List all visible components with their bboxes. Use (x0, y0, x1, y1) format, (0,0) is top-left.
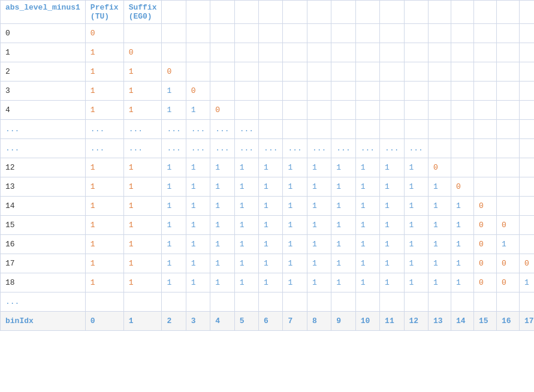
bit-cell: 1 (234, 216, 258, 235)
col-bin-10 (404, 1, 428, 24)
bit-cell (428, 101, 451, 120)
bit-cell (496, 82, 519, 101)
bit-cell (519, 43, 534, 62)
bit-cell (186, 43, 210, 62)
bit-cell: 1 (186, 254, 210, 273)
bit-cell (404, 43, 428, 62)
bit-cell: 1 (162, 177, 186, 197)
bit-cell (355, 293, 379, 312)
bit-cell: 1 (307, 273, 331, 293)
bit-cell (496, 101, 519, 120)
bit-cell: 1 (307, 197, 331, 216)
bit-cell: 1 (307, 158, 331, 177)
bit-cell: 1 (234, 273, 258, 293)
row-suffix: 1 (123, 216, 162, 235)
bit-cell (210, 24, 234, 43)
bit-cell (519, 24, 534, 43)
bit-cell: 1 (331, 197, 355, 216)
table-row: 17111111111111111000 (1, 254, 535, 273)
bit-cell: 1 (380, 177, 404, 197)
bit-cell: ... (162, 120, 186, 139)
bit-cell: 1 (355, 197, 379, 216)
bit-cell (259, 24, 283, 43)
bit-cell: 1 (331, 273, 355, 293)
bit-cell: 1 (210, 177, 234, 197)
bit-cell: 1 (404, 254, 428, 273)
bit-cell: 1 (283, 158, 307, 177)
bit-cell (331, 43, 355, 62)
bit-cell (307, 62, 331, 82)
bit-cell (283, 43, 307, 62)
bit-cell (404, 293, 428, 312)
row-prefix: 1 (85, 82, 123, 101)
bit-cell: 1 (162, 101, 186, 120)
bit-cell: 1 (428, 254, 451, 273)
bit-cell: ... (283, 139, 307, 158)
bit-cell (519, 177, 534, 197)
binidx-17: 17 (519, 312, 534, 331)
binidx-7: 7 (283, 312, 307, 331)
bit-cell (519, 82, 534, 101)
row-suffix: 1 (123, 273, 162, 293)
bit-cell (259, 293, 283, 312)
bit-cell: ... (380, 139, 404, 158)
col-bin-5 (283, 1, 307, 24)
bit-cell: 1 (380, 158, 404, 177)
bit-cell (451, 82, 473, 101)
bit-cell: 1 (162, 235, 186, 254)
row-prefix: 1 (85, 101, 123, 120)
bit-cell: ... (331, 139, 355, 158)
bit-cell: 1 (162, 273, 186, 293)
binidx-0: 0 (85, 312, 123, 331)
bit-cell (355, 82, 379, 101)
bit-cell: 1 (210, 158, 234, 177)
bit-cell: 1 (451, 197, 473, 216)
bit-cell (451, 101, 473, 120)
bit-cell (380, 101, 404, 120)
bit-cell (496, 62, 519, 82)
bit-cell: 0 (162, 62, 186, 82)
bit-cell: 1 (380, 273, 404, 293)
bit-cell (451, 62, 473, 82)
bit-cell: 0 (473, 235, 496, 254)
bit-cell: 1 (404, 177, 428, 197)
bit-cell (519, 101, 534, 120)
bit-cell: 1 (162, 82, 186, 101)
bit-cell (496, 293, 519, 312)
bit-cell: 1 (380, 254, 404, 273)
row-prefix: 1 (85, 62, 123, 82)
bit-cell: 1 (186, 101, 210, 120)
bit-cell: 0 (519, 254, 534, 273)
col-bin-9 (380, 1, 404, 24)
bit-cell: 1 (404, 273, 428, 293)
bit-cell (234, 62, 258, 82)
binidx-6: 6 (259, 312, 283, 331)
bit-cell: 0 (473, 216, 496, 235)
bit-cell (519, 62, 534, 82)
binidx-row: binIdx 0 1 2 3 4 5 6 7 8 9 10 11 12 13 1… (1, 312, 535, 331)
bit-cell: 1 (331, 177, 355, 197)
bit-cell (496, 43, 519, 62)
binidx-2: 2 (162, 312, 186, 331)
row-label: ... (1, 139, 86, 158)
bit-cell (331, 101, 355, 120)
bit-cell: 1 (186, 177, 210, 197)
bit-cell (404, 62, 428, 82)
bit-cell (283, 24, 307, 43)
bit-cell (519, 197, 534, 216)
bit-cell (355, 101, 379, 120)
row-prefix: 1 (85, 158, 123, 177)
header-row: abs_level_minus1 Prefix(TU) Suffix(EG0) (1, 1, 535, 24)
row-suffix: ... (123, 139, 162, 158)
bit-cell (496, 139, 519, 158)
bit-cell: 1 (428, 197, 451, 216)
table-row: 1511111111111111100 (1, 216, 535, 235)
bit-cell: 1 (307, 216, 331, 235)
row-suffix: 0 (123, 43, 162, 62)
bit-cell (307, 43, 331, 62)
table-row: 18111111111111111001 (1, 273, 535, 293)
bit-cell (307, 120, 331, 139)
bit-cell (259, 43, 283, 62)
bit-cell (307, 101, 331, 120)
col-bin-7 (331, 1, 355, 24)
